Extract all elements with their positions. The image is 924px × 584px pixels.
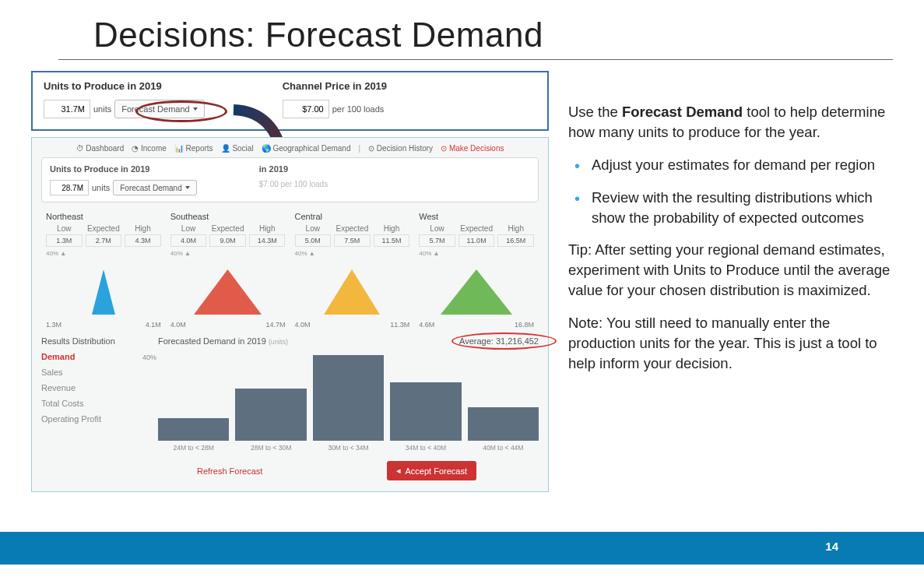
svg-marker-3 [441,269,512,315]
note-paragraph: Note: You still need to manually enter t… [568,313,893,374]
price-input[interactable] [283,100,329,118]
bar [235,389,306,441]
page-title: Decisions: Forecast Demand [93,16,893,55]
screenshot-mock: Units to Produce in 2019 units Forecast … [31,71,549,492]
tip-paragraph: Tip: After setting your regional demand … [568,240,893,301]
regions-row: Northeast LowExpectedHigh 1.3M2.7M4.3M 4… [41,212,539,329]
refresh-forecast-button[interactable]: Refresh Forecast [197,466,262,476]
region-southeast: Southeast LowExpectedHigh 4.0M9.0M14.3M … [166,212,290,329]
svg-marker-1 [194,269,262,315]
bullet-review: Review with the resulting distributions … [592,188,893,228]
forecasted-demand-title: Forecasted Demand in 2019 [158,336,266,346]
distribution-bars: 40% [158,355,539,441]
arrow-left-icon: ◂ [396,466,401,476]
page-number: 14 [825,540,838,553]
region-west: West LowExpectedHigh 5.7M11.0M16.5M 40% … [414,212,539,329]
accept-forecast-button[interactable]: ◂ Accept Forecast [387,461,476,480]
results-item-operating-profit[interactable]: Operating Profit [41,414,142,424]
forecast-tool-panel: ⏱ Dashboard ◔ Income 📊 Reports 👤 Social … [31,137,549,492]
svg-marker-0 [92,269,115,315]
average-value: Average: 31,216,452 [459,336,539,346]
nav-make-decisions[interactable]: ⊙ Make Decisions [441,144,504,153]
nav-dashboard[interactable]: ⏱ Dashboard [76,144,125,153]
svg-marker-2 [324,269,380,315]
inner-units-input[interactable] [50,180,89,195]
results-item-revenue[interactable]: Revenue [41,383,142,392]
units-input[interactable] [44,100,90,118]
results-item-sales[interactable]: Sales [41,368,142,377]
inner-forecast-demand-button[interactable]: Forecast Demand [113,180,196,195]
footer-bar [0,532,924,565]
units-heading: Units to Produce in 2019 [44,80,205,92]
forecast-demand-label: Forecast Demand [121,104,189,114]
inner-units-heading: Units to Produce in 2019 [50,164,197,174]
nav-geo[interactable]: 🌎 Geographical Demand [262,144,351,153]
bar [468,407,539,441]
nav-income[interactable]: ◔ Income [132,144,167,153]
bullet-adjust: Adjust your estimates for demand per reg… [592,155,893,175]
units-suffix: units [93,104,111,114]
inner-price-heading-faded: in 2019 [259,164,328,174]
inner-units-suffix: units [92,183,110,192]
region-northeast: Northeast LowExpectedHigh 1.3M2.7M4.3M 4… [41,212,166,329]
chevron-down-icon [185,186,190,189]
results-distribution-list: Results Distribution DemandSalesRevenueT… [41,336,142,452]
instruction-text: Use the Forecast Demand tool to help det… [568,71,893,492]
region-central: Central LowExpectedHigh 5.0M7.5M11.5M 40… [290,212,415,329]
forecasted-demand-sub: (units) [269,338,288,346]
forecast-demand-button[interactable]: Forecast Demand [114,100,204,118]
nav-bar: ⏱ Dashboard ◔ Income 📊 Reports 👤 Social … [41,144,539,153]
title-underline [58,59,893,60]
price-suffix: per 100 loads [332,104,385,114]
nav-history[interactable]: ⊙ Decision History [368,144,433,153]
results-item-demand[interactable]: Demand [41,352,142,361]
units-price-panel: Units to Produce in 2019 units Forecast … [31,71,549,131]
price-heading: Channel Price in 2019 [283,80,387,92]
results-item-total-costs[interactable]: Total Costs [41,399,142,408]
inner-price-faded: $7.00 per 100 loads [259,180,328,188]
results-distribution-title: Results Distribution [41,336,142,346]
bar [158,418,229,441]
nav-social[interactable]: 👤 Social [221,144,254,153]
nav-reports[interactable]: 📊 Reports [174,144,213,153]
chevron-down-icon [193,107,198,111]
inner-units-price-panel: Units to Produce in 2019 units Forecast … [41,157,539,202]
bar [313,355,384,441]
bar [390,382,461,441]
distribution-bar-labels: 24M to < 28M28M to < 30M30M to < 34M34M … [158,444,539,452]
